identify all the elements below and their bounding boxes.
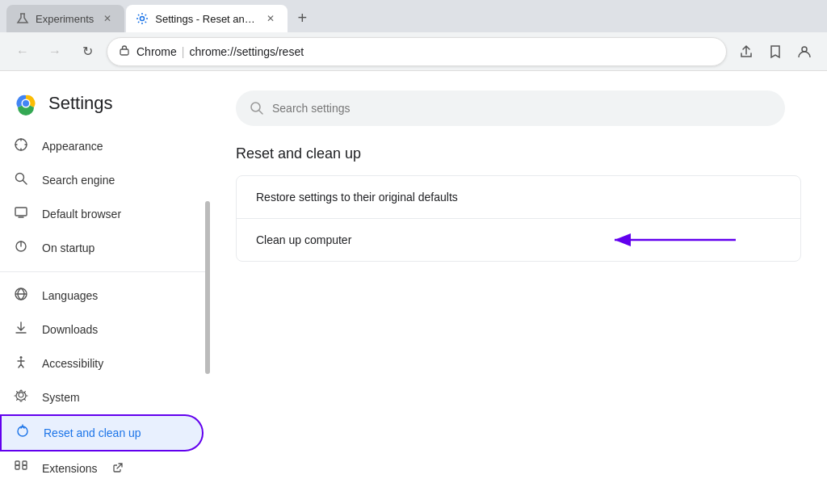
sidebar-item-languages[interactable]: Languages [0,279,204,313]
reset-icon [15,424,31,442]
svg-rect-18 [15,465,19,469]
sidebar-search-label: Search engine [42,174,115,187]
languages-icon [13,287,29,304]
back-button[interactable]: ← [10,39,36,65]
sidebar-accessibility-label: Accessibility [42,357,103,370]
search-input[interactable] [272,102,771,115]
toolbar-actions [733,39,817,65]
sidebar-item-reset[interactable]: Reset and clean up [0,414,204,452]
sidebar-item-on-startup[interactable]: On startup [0,231,204,265]
sidebar-header: Settings [0,84,210,129]
default-browser-icon [13,205,29,223]
svg-line-23 [259,111,262,114]
svg-point-9 [16,174,24,182]
tab-settings-label: Settings - Reset and clean up [155,13,257,25]
svg-rect-2 [120,49,128,55]
sidebar-startup-label: On startup [42,242,94,254]
sidebar-item-appearance[interactable]: Appearance [0,129,204,163]
svg-point-22 [251,103,260,111]
sidebar-system-label: System [42,391,80,404]
svg-point-3 [802,47,807,52]
sidebar-scrollbar-thumb[interactable] [205,201,210,374]
search-engine-icon [13,171,29,189]
sidebar-item-accessibility[interactable]: Accessibility [0,346,204,380]
sidebar-browser-label: Default browser [42,208,121,220]
experiments-icon [16,12,29,25]
svg-line-10 [23,181,27,185]
sidebar-title: Settings [48,93,113,114]
main-panel: Reset and clean up Restore settings to t… [210,71,827,504]
sidebar-divider [0,271,210,272]
purple-arrow-annotation [590,228,752,252]
refresh-button[interactable]: ↻ [74,39,100,65]
sidebar: Settings Appearance Search engine Defaul… [0,71,210,504]
address-brand: Chrome|chrome://settings/reset [136,45,715,58]
accessibility-icon [13,355,29,372]
clean-up-computer-row[interactable]: Clean up computer [237,219,800,261]
toolbar: ← → ↻ Chrome|chrome://settings/reset [0,32,827,71]
tab-experiments-close[interactable]: ✕ [100,11,115,26]
address-bar[interactable]: Chrome|chrome://settings/reset [107,37,727,66]
downloads-icon [13,321,29,338]
svg-rect-11 [15,208,27,216]
sidebar-item-search-engine[interactable]: Search engine [0,163,204,197]
tab-bar: Experiments ✕ Settings - Reset and clean… [0,0,827,32]
svg-point-7 [23,100,29,107]
svg-rect-21 [23,461,27,465]
lock-icon [119,44,130,58]
content-area: Settings Appearance Search engine Defaul… [0,71,827,504]
search-bar[interactable] [236,90,785,126]
bookmark-button[interactable] [762,39,788,65]
settings-card: Restore settings to their original defau… [236,175,801,262]
tab-settings-reset[interactable]: Settings - Reset and clean up ✕ [126,5,288,32]
svg-rect-19 [23,465,27,469]
sidebar-item-default-browser[interactable]: Default browser [0,197,204,231]
svg-marker-25 [615,233,631,246]
profile-button[interactable] [791,39,817,65]
sidebar-scrollbar-track [205,71,210,504]
svg-point-1 [141,17,145,21]
svg-point-17 [20,356,23,359]
browser-frame: Experiments ✕ Settings - Reset and clean… [0,0,827,504]
sidebar-item-downloads[interactable]: Downloads [0,313,204,346]
system-icon [13,388,29,406]
restore-settings-row[interactable]: Restore settings to their original defau… [237,176,800,219]
sidebar-languages-label: Languages [42,289,98,302]
sidebar-reset-label: Reset and clean up [44,426,141,439]
share-button[interactable] [733,39,759,65]
external-link-icon [113,463,123,474]
restore-settings-text: Restore settings to their original defau… [256,191,458,204]
search-icon [250,101,264,116]
tab-experiments[interactable]: Experiments ✕ [6,5,124,32]
new-tab-button[interactable]: + [289,5,315,31]
sidebar-downloads-label: Downloads [42,323,98,336]
extensions-icon [13,460,29,477]
tab-experiments-label: Experiments [36,13,94,25]
sidebar-appearance-label: Appearance [42,140,103,153]
section-title: Reset and clean up [236,145,801,162]
svg-rect-20 [15,461,19,465]
chrome-logo [13,90,39,116]
clean-up-computer-text: Clean up computer [256,233,351,246]
settings-tab-icon [136,12,149,25]
forward-button[interactable]: → [42,39,68,65]
sidebar-item-system[interactable]: System [0,380,204,414]
on-startup-icon [13,239,29,257]
appearance-icon [13,137,29,155]
sidebar-item-extensions[interactable]: Extensions [0,452,204,485]
tab-settings-close[interactable]: ✕ [263,11,278,26]
sidebar-extensions-label: Extensions [42,462,97,475]
